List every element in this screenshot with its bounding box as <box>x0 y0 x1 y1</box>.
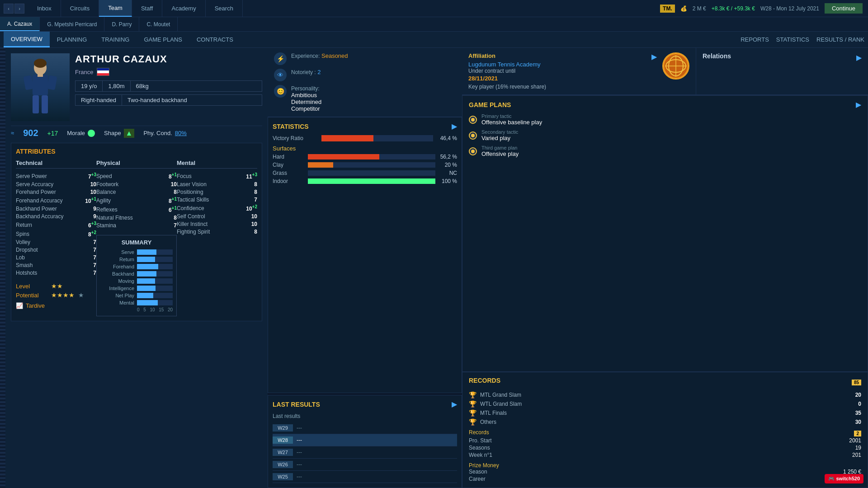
result-w25: W25 --- <box>273 471 457 483</box>
phys-cond-value[interactable]: 80% <box>175 130 187 136</box>
subnav-planning[interactable]: PLANNING <box>50 32 94 47</box>
statistics-header: STATISTICS ▶ <box>273 122 457 131</box>
attr-dropshot: Dropshot 7 <box>16 247 96 253</box>
last-results-header: LAST RESULTS ▶ <box>273 400 457 408</box>
morale-indicator <box>88 130 95 137</box>
middle-column: ⚡ Experience: Seasoned 👁 Notoriety : 2 😊… <box>268 48 462 488</box>
mental-title: Mental <box>177 160 257 169</box>
chart-serve: Serve <box>100 249 173 255</box>
records-sub-count: 2 <box>854 431 861 436</box>
attr-serve-power: Serve Power 7+3 <box>16 172 96 180</box>
tab-circuits[interactable]: Circuits <box>61 0 99 17</box>
nav-back-button[interactable]: ‹ <box>4 4 14 14</box>
status-row: ≈ 902 +17 Morale Shape ▲ Phy. Cond. 80% <box>11 126 262 140</box>
gameplan-primary: Primary tactic Offensive baseline play <box>469 113 861 126</box>
statistics-title: STATISTICS <box>273 123 309 130</box>
france-flag <box>97 68 109 76</box>
gameplan-third-content: Third game plan Offensive play <box>481 145 519 157</box>
surfaces-label: Surfaces <box>273 145 457 152</box>
tab-inbox[interactable]: Inbox <box>28 0 61 17</box>
chart-mental: Mental <box>100 300 173 305</box>
attr-natural-fitness: Natural Fitness 8 <box>96 215 177 221</box>
continue-button[interactable]: Continue <box>825 3 863 14</box>
tm-badge: TM. <box>660 5 675 13</box>
attr-balance: Balance 8 <box>96 189 177 195</box>
result-detail-w27: --- <box>297 449 457 455</box>
svg-rect-4 <box>47 75 57 90</box>
notoriety-value: 2 <box>317 69 321 75</box>
subnav-statistics[interactable]: STATISTICS <box>776 36 809 43</box>
experience-content: Experience: Seasoned <box>291 52 456 59</box>
attr-agility: Agility 8+1 <box>96 197 177 204</box>
player-info-panel: ARTHUR CAZAUX France 19 y/o 1,80m 68kg R… <box>5 48 268 488</box>
personality-content: Personality: Ambitious Determined Compet… <box>291 85 456 112</box>
player-backhand: Two-handed backhand <box>122 95 193 105</box>
records-panel: RECORDS 85 🏆 MTL Grand Slam 20 🏆 WTL Gra… <box>462 372 868 488</box>
chart-forehand: Forehand <box>100 264 173 269</box>
last-results-panel: LAST RESULTS ▶ Last results W29 --- W28 … <box>268 395 462 488</box>
tab-team[interactable]: Team <box>99 0 132 17</box>
technical-column: Technical Serve Power 7+3 Serve Accuracy… <box>16 160 96 316</box>
affiliation-contract-date: 28/11/2021 <box>468 75 657 82</box>
experience-row: ⚡ Experience: Seasoned <box>274 52 456 65</box>
subnav-gameplans[interactable]: GAME PLANS <box>137 32 189 47</box>
balance-icon: 💰 <box>680 5 687 12</box>
tab-academy[interactable]: Academy <box>162 0 205 17</box>
player-silhouette <box>20 58 61 121</box>
chart-backhand: Backhand <box>100 271 173 277</box>
experience-icon: ⚡ <box>274 52 287 65</box>
nav-forward-button[interactable]: › <box>14 4 24 14</box>
last-results-title: LAST RESULTS <box>273 401 320 408</box>
attr-focus: Focus 11+3 <box>177 172 257 180</box>
attr-return: Return 6+3 <box>16 221 96 229</box>
level-label: Level <box>16 283 47 290</box>
player-height: 1,80m <box>103 81 130 91</box>
subnav-results[interactable]: RESULTS / RANK <box>816 36 864 43</box>
potential-label: Potential <box>16 292 47 299</box>
result-detail-w25: --- <box>297 474 457 480</box>
surface-clay: Clay 20 % <box>273 162 457 168</box>
tab-staff[interactable]: Staff <box>132 0 163 17</box>
record-name-others: Others <box>480 419 844 425</box>
record-week-no1: Week n°1 201 <box>469 452 861 458</box>
attr-hotshots: Hotshots 7 <box>16 270 96 276</box>
attr-backhand-accuracy: Backhand Accuracy 9 <box>16 213 96 220</box>
game-plans-header: GAME PLANS ▶ <box>469 100 861 109</box>
game-plans-expand-button[interactable]: ▶ <box>856 100 861 109</box>
technical-title: Technical <box>16 160 96 169</box>
relations-expand-button[interactable]: ▶ <box>856 53 862 62</box>
last-results-expand-button[interactable]: ▶ <box>452 400 457 408</box>
player-tab-cazaux[interactable]: A. Cazaux <box>0 17 40 31</box>
week-w27: W27 <box>273 449 293 456</box>
subnav-training[interactable]: TRAINING <box>94 32 137 47</box>
tardive-row: 📈 Tardive <box>16 302 96 309</box>
statistics-expand-button[interactable]: ▶ <box>452 122 457 131</box>
gameplan-third-value: Offensive play <box>481 150 519 157</box>
morale-label: Morale <box>67 130 85 136</box>
morale-status: Morale <box>67 130 95 137</box>
personality-label: Personality: <box>291 85 320 92</box>
svg-rect-3 <box>24 75 34 90</box>
ranking-symbol: ≈ <box>11 130 14 136</box>
player-tab-moutet[interactable]: C. Moutet <box>139 17 178 31</box>
subnav-contracts[interactable]: CONTRACTS <box>189 32 241 47</box>
gameplan-primary-value: Offensive baseline play <box>481 119 542 126</box>
main-nav-tabs: Inbox Circuits Team Staff Academy Search <box>28 0 243 17</box>
gameplan-secondary-value: Varied play <box>481 135 518 141</box>
subnav-overview[interactable]: OVERVIEW <box>4 32 50 47</box>
record-val-finals: 35 <box>848 410 861 416</box>
svg-point-1 <box>34 59 47 68</box>
relations-panel: Relations ▶ <box>696 48 868 95</box>
affiliation-expand-button[interactable]: ▶ <box>651 52 657 61</box>
personality-row: 😊 Personality: Ambitious Determined Comp… <box>274 85 456 112</box>
records-title: RECORDS <box>469 377 500 384</box>
player-tab-mpetshi[interactable]: G. Mpetshi Perricard <box>40 17 104 31</box>
record-seasons: Seasons 19 <box>469 445 861 451</box>
main-content: ARTHUR CAZAUX France 19 y/o 1,80m 68kg R… <box>0 48 868 488</box>
tab-search[interactable]: Search <box>206 0 243 17</box>
attr-stamina: Stamina 7 <box>96 222 177 229</box>
country-name: France <box>75 69 93 75</box>
player-tab-parry[interactable]: D. Parry <box>104 17 139 31</box>
svg-rect-6 <box>42 95 48 113</box>
subnav-reports[interactable]: REPORTS <box>741 36 769 43</box>
